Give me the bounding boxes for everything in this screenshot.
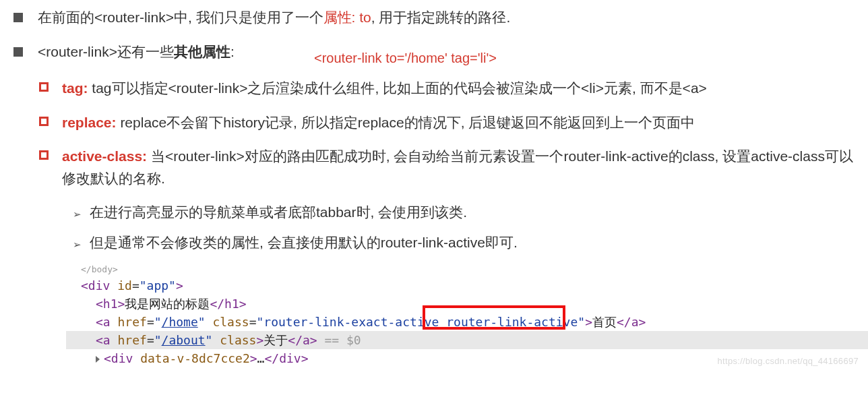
bullet-tag-text: tag: tag可以指定<router-link>之后渲染成什么组件, 比如上面…: [62, 78, 861, 100]
text-bold: 其他属性: [174, 44, 230, 59]
text: replace不会留下history记录, 所以指定replace的情况下, 后…: [117, 115, 695, 130]
code-line-about: <a href="/about" class>关于</a> == $0: [66, 331, 868, 349]
highlight-box: [423, 305, 565, 330]
bullet-active-class: active-class: 当<router-link>对应的路由匹配成功时, …: [39, 146, 861, 189]
text-red: 属性: to: [323, 9, 371, 25]
chevron-icon: ➢: [73, 206, 82, 222]
chevron-icon: ➢: [73, 237, 82, 252]
bullet-replace-text: replace: replace不会留下history记录, 所以指定repla…: [62, 112, 861, 134]
code-line: </body>: [81, 263, 861, 276]
label: tag:: [62, 80, 88, 96]
watermark: https://blog.csdn.net/qq_44166697: [718, 356, 859, 366]
hollow-square-icon: [39, 117, 49, 126]
bullet-replace: replace: replace不会留下history记录, 所以指定repla…: [39, 112, 861, 134]
label: replace:: [62, 115, 117, 130]
bullet-1: 在前面的<router-link>中, 我们只是使用了一个属性: to, 用于指…: [13, 7, 861, 29]
text: tag可以指定<router-link>之后渲染成什么组件, 比如上面的代码会被…: [88, 80, 707, 96]
sub-bullet-1: ➢ 在进行高亮显示的导航菜单或者底部tabbar时, 会使用到该类.: [73, 202, 861, 224]
text: 但是通常不会修改类的属性, 会直接使用默认的router-link-active…: [90, 232, 861, 254]
text: 在前面的<router-link>中, 我们只是使用了一个: [38, 9, 323, 25]
square-icon: [13, 47, 23, 57]
bullet-tag: tag: tag可以指定<router-link>之后渲染成什么组件, 比如上面…: [39, 78, 861, 100]
sub-bullet-2: ➢ 但是通常不会修改类的属性, 会直接使用默认的router-link-acti…: [73, 232, 861, 254]
text: 当<router-link>对应的路由匹配成功时, 会自动给当前元素设置一个ro…: [62, 148, 853, 186]
code-snippet: </body> <div id="app"> <h1>我是网站的标题</h1> …: [66, 263, 861, 367]
bullet-active-text: active-class: 当<router-link>对应的路由匹配成功时, …: [62, 146, 861, 189]
hollow-square-icon: [39, 150, 49, 160]
text: 在进行高亮显示的导航菜单或者底部tabbar时, 会使用到该类.: [90, 202, 861, 224]
text: :: [230, 44, 235, 59]
label: active-class:: [62, 148, 147, 164]
text: , 用于指定跳转的路径.: [371, 9, 511, 25]
code-line: <div id="app">: [66, 276, 861, 295]
text: <router-link>还有一些: [38, 44, 174, 59]
bullet-1-text: 在前面的<router-link>中, 我们只是使用了一个属性: to, 用于指…: [38, 7, 861, 29]
expand-triangle-icon[interactable]: [96, 356, 100, 363]
hollow-square-icon: [39, 82, 49, 92]
code-annotation: <router-link to='/home' tag='li'>: [314, 51, 497, 66]
square-icon: [13, 13, 23, 22]
